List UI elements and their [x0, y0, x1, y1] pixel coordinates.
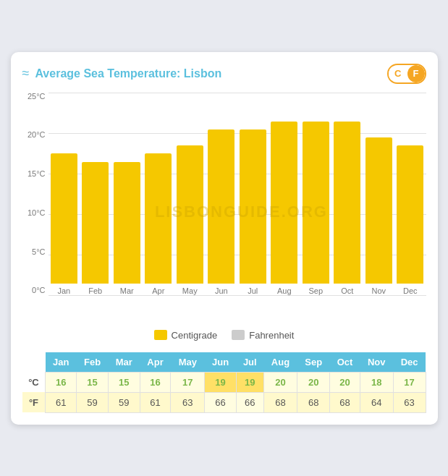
- fahrenheit-toggle[interactable]: F: [407, 65, 425, 82]
- y-label-5: 5°C: [22, 248, 48, 256]
- bar-group-aug: Aug: [269, 93, 300, 295]
- bar-dec: [397, 145, 423, 283]
- bar-group-feb: Feb: [80, 93, 111, 295]
- table-header-dec: Dec: [393, 352, 426, 373]
- bar-group-jul: Jul: [237, 93, 269, 295]
- celsius-cell-mar: 15: [108, 372, 140, 392]
- y-label-0: 0°C: [22, 286, 48, 294]
- y-axis: 25°C 20°C 15°C 10°C 5°C 0°C: [22, 93, 48, 295]
- page-title: Average Sea Temperature: Lisbon: [35, 67, 221, 80]
- fahrenheit-cell-feb: 59: [77, 392, 109, 412]
- bar-group-jun: Jun: [206, 93, 237, 295]
- bar-group-nov: Nov: [363, 93, 395, 295]
- bars-wrapper: JanFebMarAprMayJunJulAugSepOctNovDec: [48, 93, 426, 295]
- fahrenheit-cell-may: 63: [171, 392, 205, 412]
- bar-jul: [240, 129, 266, 284]
- celsius-toggle[interactable]: C: [389, 67, 407, 80]
- bar-label-jun: Jun: [215, 286, 228, 295]
- bar-label-aug: Aug: [277, 286, 292, 295]
- fahrenheit-cell-jul: 66: [236, 392, 263, 412]
- fahrenheit-cell-aug: 68: [263, 392, 297, 412]
- bar-label-feb: Feb: [88, 286, 102, 295]
- data-table: JanFebMarAprMayJunJulAugSepOctNovDec °C1…: [22, 352, 426, 413]
- celsius-cell-dec: 17: [393, 372, 426, 392]
- bar-group-jan: Jan: [48, 93, 80, 295]
- legend-centigrade: Centigrade: [154, 330, 218, 341]
- fahrenheit-cell-mar: 59: [108, 392, 140, 412]
- table-header-jun: Jun: [205, 352, 237, 373]
- legend-fahrenheit: Fahrenheit: [232, 330, 294, 341]
- bar-group-sep: Sep: [300, 93, 332, 295]
- bar-sep: [303, 122, 329, 284]
- bars-area: JanFebMarAprMayJunJulAugSepOctNovDec: [48, 93, 426, 295]
- bar-group-mar: Mar: [111, 93, 143, 295]
- celsius-cell-jul: 19: [236, 372, 263, 392]
- header-left: ≈ Average Sea Temperature: Lisbon: [22, 66, 222, 81]
- legend-fahrenheit-label: Fahrenheit: [249, 330, 294, 341]
- celsius-cell-oct: 20: [330, 372, 360, 392]
- bar-label-nov: Nov: [371, 286, 386, 295]
- legend: Centigrade Fahrenheit: [22, 330, 426, 341]
- bar-label-jan: Jan: [57, 286, 70, 295]
- fahrenheit-cell-apr: 61: [140, 392, 171, 412]
- bar-jun: [208, 129, 234, 284]
- table-header-mar: Mar: [108, 352, 140, 373]
- wave-icon: ≈: [22, 66, 30, 81]
- y-label-20: 20°C: [22, 131, 48, 139]
- y-label-10: 10°C: [22, 209, 48, 217]
- table-header-empty: [22, 352, 46, 373]
- celsius-cell-may: 17: [171, 372, 205, 392]
- bar-group-may: May: [174, 93, 206, 295]
- table-header-jul: Jul: [236, 352, 263, 373]
- bar-may: [177, 145, 203, 283]
- bar-mar: [114, 162, 140, 284]
- celsius-cell-nov: 18: [360, 372, 393, 392]
- fahrenheit-cell-sep: 68: [297, 392, 330, 412]
- fahrenheit-cell-nov: 64: [360, 392, 393, 412]
- fahrenheit-cell-dec: 63: [393, 392, 426, 412]
- celsius-cell-feb: 15: [77, 372, 109, 392]
- celsius-row-label: °C: [22, 372, 46, 392]
- bar-label-jul: Jul: [248, 286, 258, 295]
- bar-jan: [51, 153, 77, 283]
- bar-group-apr: Apr: [143, 93, 174, 295]
- bar-label-oct: Oct: [341, 286, 353, 295]
- bar-label-may: May: [182, 286, 198, 295]
- bar-apr: [145, 153, 172, 283]
- bar-group-dec: Dec: [394, 93, 426, 295]
- fahrenheit-cell-oct: 68: [330, 392, 360, 412]
- main-card: ≈ Average Sea Temperature: Lisbon C F 25…: [11, 52, 438, 425]
- table-header-aug: Aug: [263, 352, 297, 373]
- celsius-cell-apr: 16: [140, 372, 171, 392]
- celsius-cell-aug: 20: [263, 372, 297, 392]
- y-label-25: 25°C: [22, 93, 48, 101]
- bar-label-sep: Sep: [308, 286, 323, 295]
- fahrenheit-cell-jun: 66: [205, 392, 237, 412]
- celsius-cell-sep: 20: [297, 372, 330, 392]
- legend-centigrade-label: Centigrade: [172, 330, 218, 341]
- table-header-nov: Nov: [360, 352, 393, 373]
- table-header-may: May: [171, 352, 205, 373]
- unit-toggle[interactable]: C F: [387, 64, 426, 84]
- chart-container: 25°C 20°C 15°C 10°C 5°C 0°C JanFebMarApr…: [22, 93, 426, 324]
- fahrenheit-row: °F615959616366666868686463: [22, 392, 426, 412]
- table-header-row: JanFebMarAprMayJunJulAugSepOctNovDec: [22, 352, 426, 373]
- bar-label-mar: Mar: [120, 286, 134, 295]
- bar-feb: [82, 162, 109, 284]
- bar-label-dec: Dec: [403, 286, 418, 295]
- bar-oct: [334, 122, 360, 284]
- table-header-jan: Jan: [46, 352, 77, 373]
- fahrenheit-cell-jan: 61: [46, 392, 77, 412]
- celsius-row: °C161515161719192020201817: [22, 372, 426, 392]
- legend-fahrenheit-box: [232, 330, 245, 340]
- table-header-feb: Feb: [77, 352, 109, 373]
- bar-aug: [271, 122, 297, 284]
- fahrenheit-row-label: °F: [22, 392, 46, 412]
- header: ≈ Average Sea Temperature: Lisbon C F: [22, 64, 426, 84]
- bar-nov: [365, 137, 392, 284]
- bar-group-oct: Oct: [331, 93, 363, 295]
- legend-centigrade-box: [154, 330, 167, 340]
- table-header-oct: Oct: [330, 352, 360, 373]
- table-header-sep: Sep: [297, 352, 330, 373]
- celsius-cell-jun: 19: [205, 372, 237, 392]
